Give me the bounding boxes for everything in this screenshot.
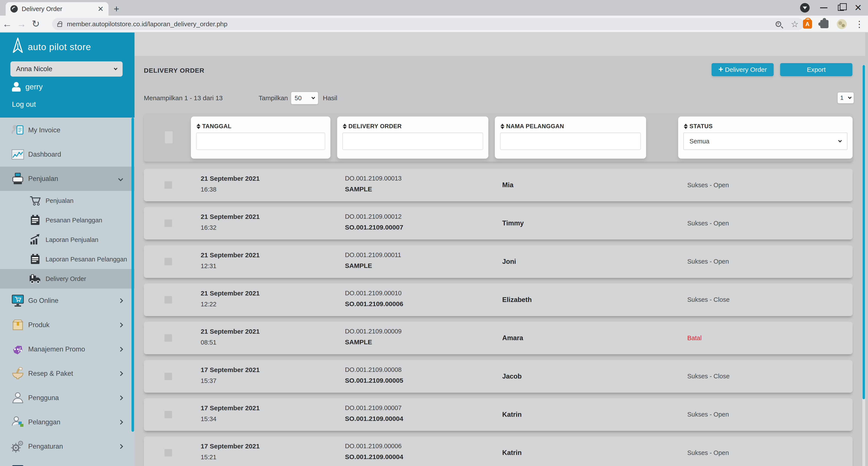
row-status: Sukses - Open (687, 436, 729, 466)
url-text: member.autopilotstore.co.id/laporan_deli… (67, 21, 776, 28)
row-do-number: DO.001.2109.00011 (345, 251, 401, 258)
table-row[interactable]: 21 September 202116:32DO.001.2109.00012S… (144, 207, 852, 240)
sidebar-item-label: Manajemen Promo (28, 345, 85, 353)
sidebar-item-pelanggan[interactable]: Pelanggan (0, 410, 134, 434)
row-date: 21 September 2021 (201, 213, 260, 220)
table-row[interactable]: 21 September 202112:31DO.001.2109.00011S… (144, 245, 852, 278)
sidebar-item-pengguna[interactable]: Pengguna (0, 386, 134, 410)
sidebar-item-kas-bank[interactable]: Kas & Bank (0, 459, 134, 466)
table-row[interactable]: 17 September 202115:37DO.001.2109.00008S… (144, 360, 852, 393)
sidebar-item-laporan-pesanan-pelanggan[interactable]: Laporan Pesanan Pelanggan (0, 249, 134, 269)
box-icon (11, 318, 25, 332)
cell-tanggal: 21 September 202112:22 (201, 290, 260, 308)
customers-icon (11, 415, 25, 429)
sidebar-item-delivery-order[interactable]: Delivery Order (0, 269, 134, 288)
row-status: Sukses - Open (687, 398, 729, 431)
row-do-number: DO.001.2109.00006 (345, 442, 403, 450)
safe-icon (11, 464, 25, 466)
browser-tab[interactable]: Delivery Order ✕ (6, 2, 108, 15)
profile-avatar[interactable] (837, 19, 847, 29)
toolbar-extensions: A ⋮ (803, 15, 864, 33)
sidebar-item-label: Pengaturan (28, 442, 63, 451)
row-customer-name: Timmy (502, 207, 524, 240)
row-checkbox[interactable] (164, 334, 172, 342)
tag-icon (11, 342, 25, 356)
reload-button[interactable]: ↻ (29, 18, 43, 29)
chevron-right-icon (118, 444, 123, 449)
sidebar-item-dashboard[interactable]: Dashboard (0, 142, 134, 166)
table-row[interactable]: 17 September 202115:34DO.001.2109.00007S… (144, 398, 852, 431)
table-row[interactable]: 21 September 202108:51DO.001.2109.00009S… (144, 322, 852, 354)
row-time: 15:34 (201, 415, 260, 423)
row-time: 16:38 (201, 186, 260, 193)
row-checkbox[interactable] (164, 258, 172, 265)
row-status: Sukses - Open (687, 207, 729, 240)
brand-logo: auto pilot store (11, 37, 91, 57)
outlet-select[interactable]: Anna Nicole (10, 61, 123, 76)
table-row[interactable]: 17 September 202115:21DO.001.2109.00006S… (144, 436, 852, 466)
chevron-down-icon (118, 176, 123, 181)
row-customer-name: Katrin (502, 398, 522, 431)
sidebar-item-pesanan-pelanggan[interactable]: Pesanan Pelanggan (0, 211, 134, 230)
bookmark-star-icon[interactable]: ☆ (791, 19, 799, 29)
address-bar[interactable]: member.autopilotstore.co.id/laporan_deli… (52, 18, 804, 30)
row-checkbox[interactable] (164, 181, 172, 189)
cell-delivery-order: DO.001.2109.00011SAMPLE (345, 251, 401, 270)
mortar-icon (11, 367, 25, 380)
browser-menu-icon[interactable]: ⋮ (855, 19, 864, 29)
row-checkbox[interactable] (164, 296, 172, 304)
table-row[interactable]: 21 September 202116:38DO.001.2109.00013S… (144, 169, 852, 201)
zoom-page-icon[interactable] (776, 21, 781, 27)
browser-update-icon[interactable] (800, 3, 810, 12)
row-time: 08:51 (201, 339, 260, 346)
sidebar-item-label: Pesanan Pelanggan (45, 217, 102, 224)
forward-button[interactable]: → (14, 19, 29, 29)
row-reference: SO.001.2109.00004 (345, 415, 403, 423)
row-time: 15:37 (201, 377, 260, 384)
back-button[interactable]: ← (0, 19, 14, 29)
logout-link[interactable]: Log out (12, 100, 36, 108)
sidebar-item-penjualan[interactable]: Penjualan (0, 166, 134, 191)
sidebar-item-manajemen-promo[interactable]: Manajemen Promo (0, 337, 134, 362)
sidebar-item-pengaturan[interactable]: Pengaturan (0, 434, 134, 459)
page-scrollbar-thumb[interactable] (863, 65, 865, 399)
window-close-button[interactable]: ✕ (854, 3, 862, 12)
row-checkbox[interactable] (164, 220, 172, 227)
row-status: Sukses - Close (687, 360, 730, 393)
row-checkbox[interactable] (164, 411, 172, 418)
row-checkbox[interactable] (164, 449, 172, 457)
sidebar-item-penjualan[interactable]: Penjualan (0, 191, 134, 211)
new-tab-button[interactable]: + (114, 5, 119, 13)
sidebar-item-label: Penjualan (28, 175, 58, 183)
row-date: 21 September 2021 (201, 290, 260, 297)
calendar-icon (29, 253, 41, 266)
cell-delivery-order: DO.001.2109.00009SAMPLE (345, 328, 402, 346)
page-scrollbar (862, 65, 865, 466)
row-customer-name: Katrin (502, 436, 522, 466)
user-row: gerry (12, 82, 43, 92)
sidebar-scrollbar[interactable] (131, 118, 134, 432)
table-row[interactable]: 21 September 202112:22DO.001.2109.00010S… (144, 284, 852, 316)
window-minimize-button[interactable] (820, 7, 828, 8)
sidebar-item-go-online[interactable]: Go Online (0, 288, 134, 313)
cell-delivery-order: DO.001.2109.00012SO.001.2109.00007 (345, 213, 403, 231)
person-icon (11, 391, 25, 405)
sidebar-item-laporan-penjualan[interactable]: Laporan Penjualan (0, 230, 134, 249)
sidebar-item-produk[interactable]: Produk (0, 313, 134, 337)
row-do-number: DO.001.2109.00013 (345, 175, 402, 182)
row-do-number: DO.001.2109.00012 (345, 213, 403, 220)
row-do-number: DO.001.2109.00009 (345, 328, 402, 335)
row-checkbox[interactable] (164, 373, 172, 380)
chevron-right-icon (118, 371, 123, 376)
tab-close-icon[interactable]: ✕ (98, 5, 104, 12)
window-controls: ✕ (800, 0, 868, 15)
window-restore-button[interactable] (838, 5, 844, 11)
row-date: 21 September 2021 (201, 328, 260, 335)
sidebar-item-resep-paket[interactable]: Resep & Paket (0, 362, 134, 386)
sidebar-item-my-invoice[interactable]: My Invoice (0, 118, 134, 142)
main-content: DELIVERY ORDER + Delivery Order Export M… (134, 33, 865, 466)
extensions-puzzle-icon[interactable] (820, 20, 829, 28)
row-status: Batal (687, 322, 702, 354)
store-extension-icon[interactable]: A (803, 20, 812, 29)
row-status: Sukses - Close (687, 284, 730, 316)
